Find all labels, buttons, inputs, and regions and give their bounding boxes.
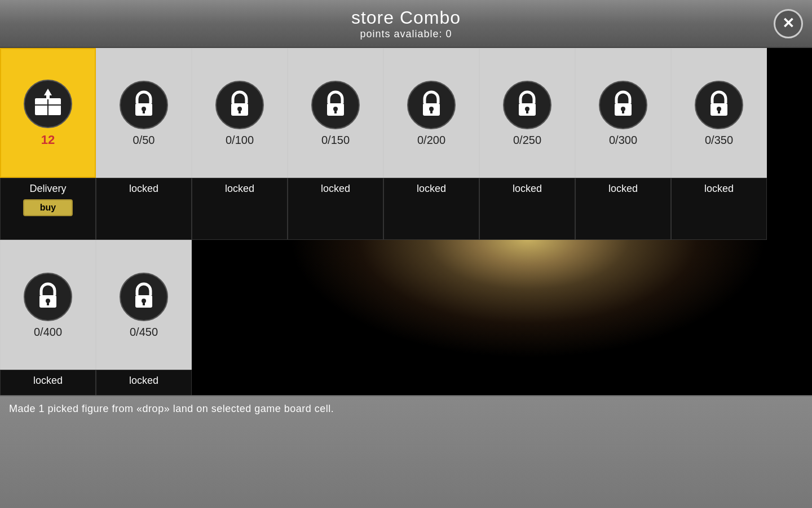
store-item-delivery[interactable]: 12 Delivery buy [0,48,96,240]
svg-rect-5 [46,94,50,99]
svg-rect-25 [526,110,528,113]
locked-label-area-450: locked [96,370,192,395]
fraction-50: 0/50 [133,134,155,147]
fraction-150: 0/150 [321,134,350,147]
item-card-locked-100: 0/100 [192,48,288,178]
fraction-300: 0/300 [609,134,637,147]
item-card-locked-450: 0/450 [96,240,192,370]
item-card-locked-350: 0/350 [671,48,767,178]
bottom-message: Made 1 picked figure from «drop» land on… [9,403,334,414]
locked-text-200: locked [417,183,446,195]
svg-rect-13 [239,110,241,113]
locked-label-area-400: locked [0,370,96,395]
locked-label-area-150: locked [288,178,383,240]
store-item-locked-100[interactable]: 0/100 locked [192,48,288,240]
delivery-score: 12 [41,133,55,147]
lock-icon [310,80,361,130]
item-card-locked-200: 0/200 [383,48,479,178]
locked-label-area-300: locked [575,178,671,240]
locked-label-area-50: locked [96,178,192,240]
main-area: 12 Delivery buy 0/50 locked [0,48,812,395]
store-item-locked-150[interactable]: 0/150 locked [288,48,383,240]
svg-rect-29 [622,110,624,113]
locked-label-area-250: locked [479,178,575,240]
store-item-locked-200[interactable]: 0/200 locked [383,48,479,240]
locked-text-150: locked [321,183,350,195]
fraction-350: 0/350 [705,134,733,147]
lock-icon [118,271,169,322]
points-available: points avaliable: 0 [360,28,452,40]
store-header: store Combo points avaliable: 0 ✕ [0,0,812,48]
lock-icon [694,80,744,130]
lock-icon [502,80,553,130]
store-item-locked-350[interactable]: 0/350 locked [671,48,767,240]
lock-icon [598,80,648,130]
lock-icon [118,80,169,130]
svg-rect-41 [143,302,145,305]
svg-rect-17 [334,110,337,113]
store-item-locked-250[interactable]: 0/250 locked [479,48,575,240]
locked-label-area-100: locked [192,178,288,240]
locked-label-area-350: locked [671,178,767,240]
locked-text-300: locked [608,183,638,195]
close-button[interactable]: ✕ [774,9,803,38]
store-item-locked-300[interactable]: 0/300 locked [575,48,671,240]
delivery-label-area: Delivery buy [0,178,96,240]
bottom-info-bar: Made 1 picked figure from «drop» land on… [0,395,812,508]
locked-text-50: locked [129,183,158,195]
buy-button[interactable]: buy [23,199,73,216]
svg-rect-21 [430,110,433,113]
svg-rect-33 [718,110,720,113]
locked-text-400: locked [33,375,63,387]
locked-text-100: locked [225,183,254,195]
store-item-locked-450[interactable]: 0/450 locked [96,240,192,395]
fraction-200: 0/200 [417,134,445,147]
item-card-locked-300: 0/300 [575,48,671,178]
item-card-locked-250: 0/250 [479,48,575,178]
delivery-box-icon [23,78,73,129]
store-item-locked-50[interactable]: 0/50 locked [96,48,192,240]
lock-icon [23,271,73,322]
item-card-locked-150: 0/150 [288,48,383,178]
locked-text-450: locked [129,375,158,387]
fraction-250: 0/250 [513,134,541,147]
fraction-100: 0/100 [226,134,254,147]
fraction-450: 0/450 [130,326,158,339]
locked-text-350: locked [704,183,734,195]
items-grid: 12 Delivery buy 0/50 locked [0,48,767,395]
svg-rect-37 [47,302,49,305]
lock-icon [214,80,265,130]
locked-label-area-200: locked [383,178,479,240]
item-card-locked-400: 0/400 [0,240,96,370]
locked-text-250: locked [513,183,542,195]
fraction-400: 0/400 [34,326,62,339]
item-card-delivery: 12 [0,48,96,178]
svg-rect-9 [143,110,145,113]
store-item-locked-400[interactable]: 0/400 locked [0,240,96,395]
delivery-name: Delivery [29,183,66,195]
store-title: store Combo [351,7,461,28]
lock-icon [406,80,457,130]
item-card-locked-50: 0/50 [96,48,192,178]
